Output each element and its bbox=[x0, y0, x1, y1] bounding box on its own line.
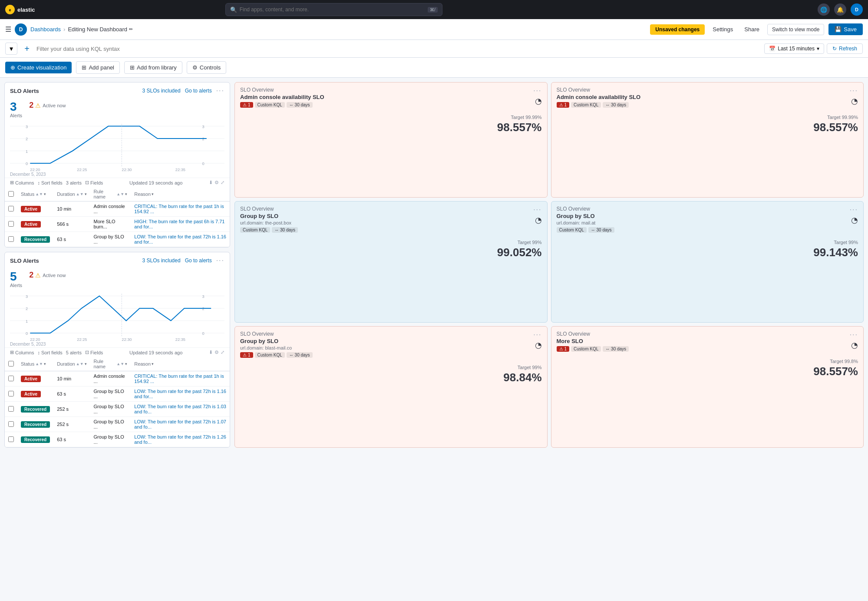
slo-overview-panel-4: SLO Overview Group by SLO url.domain: ma… bbox=[551, 201, 864, 323]
download-icon-1[interactable]: ⬇ bbox=[209, 180, 213, 185]
create-visualization-button[interactable]: ⊕ Create visualization bbox=[5, 62, 72, 73]
duration-col-sort-1[interactable]: Duration▲▼▾ bbox=[57, 192, 86, 197]
dashboards-link[interactable]: Dashboards bbox=[30, 26, 61, 33]
fields-label-2[interactable]: ⊡ Fields bbox=[85, 350, 103, 355]
duration-cell: 10 min bbox=[53, 201, 90, 217]
global-search-bar[interactable]: 🔍 ⌘/ bbox=[225, 3, 442, 16]
warning-icon-1: ⚠ bbox=[35, 102, 41, 109]
add-library-button[interactable]: ⊞ Add from library bbox=[124, 61, 182, 74]
table-row: Active 566 s More SLO burn... HIGH: The … bbox=[5, 217, 230, 232]
slo-panel-section-title: SLO Overview bbox=[240, 87, 324, 93]
settings-icon-2[interactable]: ⚙ bbox=[215, 350, 219, 355]
switch-view-button[interactable]: Switch to view mode bbox=[767, 24, 824, 35]
expand-icon-1[interactable]: ⤢ bbox=[221, 180, 224, 185]
filter-toggle-button[interactable]: ▼ bbox=[5, 43, 17, 55]
add-panel-button[interactable]: ⊞ Add panel bbox=[76, 61, 120, 74]
slo-tag: ↔ 30 days bbox=[287, 352, 313, 358]
reason-link[interactable]: LOW: The burn rate for the past 72h is 1… bbox=[134, 404, 226, 414]
slo-alerts-2-summary: 5 Alerts 2 ⚠ Active now bbox=[5, 267, 230, 290]
sort-label-2[interactable]: ↕ Sort fields bbox=[37, 350, 62, 355]
slo-panel-dots[interactable]: ··· bbox=[533, 87, 541, 95]
row-checkbox[interactable] bbox=[8, 236, 14, 242]
status-col-sort-1[interactable]: Status▲▼▾ bbox=[21, 192, 50, 197]
slo-metrics: Target 99% 99.052% bbox=[235, 235, 547, 264]
expand-icon-2[interactable]: ⤢ bbox=[221, 350, 224, 355]
row-checkbox[interactable] bbox=[8, 421, 14, 427]
slo-panel-dots[interactable]: ··· bbox=[533, 331, 541, 339]
slo-metrics: Target 99.8% 98.557% bbox=[551, 354, 864, 383]
kql-filter-input[interactable] bbox=[36, 46, 761, 52]
rule-col-sort-2[interactable]: Rule name▲▼▾ bbox=[94, 359, 128, 369]
alert-badge: ⚠1 bbox=[557, 102, 570, 108]
slo-alerts-2-goto-link[interactable]: Go to alerts bbox=[185, 258, 212, 264]
columns-icon-2: ⊞ bbox=[10, 350, 14, 355]
user-avatar[interactable]: D bbox=[851, 3, 863, 16]
add-panel-icon: ⊞ bbox=[82, 64, 86, 71]
columns-label-1[interactable]: ⊞ Columns bbox=[10, 180, 34, 185]
slo-panel-name: Admin console availability SLO bbox=[557, 94, 641, 100]
active-now-2: 2 ⚠ Active now bbox=[29, 271, 66, 280]
slo-panel-header: SLO Overview More SLO ⚠1 Custom KQL↔ 30 … bbox=[551, 327, 864, 354]
slo-alerts-1-goto-link[interactable]: Go to alerts bbox=[185, 88, 212, 94]
settings-button[interactable]: Settings bbox=[709, 24, 736, 35]
download-icon-2[interactable]: ⬇ bbox=[209, 350, 213, 355]
row-checkbox[interactable] bbox=[8, 391, 14, 396]
slo-target: Target 99.99% bbox=[240, 115, 542, 120]
slo-alerts-1-slos-link[interactable]: 3 SLOs included bbox=[142, 88, 181, 94]
settings-icon-1[interactable]: ⚙ bbox=[215, 180, 219, 185]
status-col-sort-2[interactable]: Status▲▼▾ bbox=[21, 361, 50, 367]
elastic-wordmark: elastic bbox=[17, 7, 35, 13]
slo-alerts-2-slos-link[interactable]: 3 SLOs included bbox=[142, 258, 181, 264]
reason-col-sort-2[interactable]: Reason▾ bbox=[134, 361, 226, 367]
notification-icon[interactable]: 🔔 bbox=[834, 3, 846, 16]
slo-panel-dots[interactable]: ··· bbox=[850, 206, 858, 214]
slo-panel-name: More SLO bbox=[557, 338, 629, 344]
hamburger-icon[interactable]: ☰ bbox=[5, 25, 11, 33]
reason-link[interactable]: LOW: The burn rate for the past 72h is 1… bbox=[134, 419, 226, 429]
duration-col-sort-2[interactable]: Duration▲▼▾ bbox=[57, 361, 86, 367]
row-checkbox[interactable] bbox=[8, 221, 14, 227]
slo-gauge-icon: ◔ bbox=[851, 96, 858, 106]
controls-button[interactable]: ⚙ Controls bbox=[187, 61, 226, 74]
slo-panel-dots[interactable]: ··· bbox=[533, 206, 541, 214]
reason-link[interactable]: CRITICAL: The burn rate for the past 1h … bbox=[134, 373, 224, 384]
slo-alerts-1-header: SLO Alerts 3 SLOs included Go to alerts … bbox=[5, 83, 230, 97]
save-button[interactable]: 💾 Save bbox=[828, 23, 863, 35]
sort-label-1[interactable]: ↕ Sort fields bbox=[37, 180, 62, 185]
row-checkbox[interactable] bbox=[8, 376, 14, 381]
slo-panel-dots[interactable]: ··· bbox=[850, 331, 858, 339]
row-checkbox[interactable] bbox=[8, 436, 14, 442]
row-checkbox[interactable] bbox=[8, 206, 14, 211]
select-all-2[interactable] bbox=[8, 361, 14, 367]
reason-link[interactable]: LOW: The burn rate for the past 72h is 1… bbox=[134, 389, 226, 399]
add-filter-button[interactable]: + bbox=[21, 43, 33, 55]
slo-alerts-1-menu-dots[interactable]: ··· bbox=[216, 87, 224, 95]
slo-subtitle: url.domain: the-post.box bbox=[240, 220, 298, 225]
slo-header-right: ··· ◔ bbox=[850, 87, 858, 106]
slo-panel-dots[interactable]: ··· bbox=[850, 87, 858, 95]
app-badge: D bbox=[15, 23, 27, 36]
alert-badge: ⚠1 bbox=[557, 346, 570, 352]
fields-label-1[interactable]: ⊡ Fields bbox=[85, 180, 103, 185]
columns-label-2[interactable]: ⊞ Columns bbox=[10, 350, 34, 355]
share-button[interactable]: Share bbox=[741, 24, 763, 35]
slo-panel-section-title: SLO Overview bbox=[240, 331, 313, 337]
elastic-logo[interactable]: e elastic bbox=[5, 5, 35, 14]
slo-alerts-2-menu: 3 SLOs included Go to alerts ··· bbox=[142, 257, 224, 264]
slo-alerts-panel-1: SLO Alerts 3 SLOs included Go to alerts … bbox=[4, 82, 230, 248]
reason-link[interactable]: LOW: The burn rate for the past 72h is 1… bbox=[134, 234, 226, 244]
reason-col-sort-1[interactable]: Reason▾ bbox=[134, 192, 226, 197]
global-search-input[interactable] bbox=[240, 7, 425, 13]
slo-panel-header: SLO Overview Group by SLO url.domain: th… bbox=[235, 201, 547, 235]
select-all-1[interactable] bbox=[8, 191, 14, 197]
slo-alerts-2-menu-dots[interactable]: ··· bbox=[216, 257, 224, 264]
rule-col-sort-1[interactable]: Rule name▲▼▾ bbox=[94, 189, 128, 199]
refresh-button[interactable]: ↻ Refresh bbox=[827, 43, 863, 54]
globe-icon[interactable]: 🌐 bbox=[818, 3, 830, 16]
reason-link[interactable]: CRITICAL: The burn rate for the past 1h … bbox=[134, 204, 224, 214]
reason-link[interactable]: HIGH: The burn rate for the past 6h is 7… bbox=[134, 219, 224, 229]
time-picker[interactable]: 📅 Last 15 minutes ▾ bbox=[764, 43, 824, 54]
slo-alerts-2-title: SLO Alerts bbox=[10, 258, 39, 264]
reason-link[interactable]: LOW: The burn rate for the past 72h is 1… bbox=[134, 434, 226, 445]
row-checkbox[interactable] bbox=[8, 406, 14, 412]
